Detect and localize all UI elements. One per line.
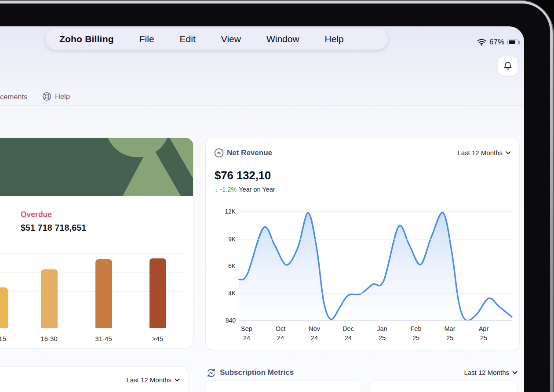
subscription-period-dropdown[interactable]: Last 12 Months (464, 369, 518, 376)
secondary-nav: cements Help (0, 90, 524, 106)
pulse-circle-icon (214, 148, 224, 158)
bar-category-label: >45 (142, 335, 173, 342)
x-axis-tick-label: Jan25 (369, 324, 395, 343)
subscription-metric-tile-1 (205, 380, 361, 392)
menu-item-help[interactable]: Help (325, 34, 344, 44)
menu-item-view[interactable]: View (221, 34, 241, 44)
x-axis-tick-label: Apr25 (470, 324, 497, 343)
gridline (239, 320, 512, 321)
x-axis-tick-label: Nov24 (301, 324, 328, 343)
x-axis-tick-label: Feb25 (403, 324, 429, 343)
status-bar: 67% (477, 38, 519, 47)
net-revenue-card: Net Revenue Last 12 Months $76 132,10 ↓ … (205, 138, 520, 350)
subscription-metrics-title: Subscription Metrics (220, 368, 294, 377)
notifications-button[interactable] (498, 56, 518, 76)
net-revenue-title: Net Revenue (227, 149, 272, 157)
bar->45 (149, 258, 166, 328)
nav-item-announcements-partial[interactable]: cements (0, 93, 27, 101)
gridline (239, 239, 512, 240)
overdue-card: Overdue $51 718 718,651 1-1516-3031-45>4… (0, 138, 193, 348)
x-axis-tick-label: Mar25 (437, 324, 463, 343)
menu-bar: Zoho Billing File Edit View Window Help (45, 29, 388, 50)
screen: Zoho Billing File Edit View Window Help … (0, 26, 524, 392)
gridline (0, 328, 184, 328)
x-axis-tick-label: Sep24 (233, 324, 260, 343)
y-axis-tick-label: 4K (211, 290, 236, 297)
battery-percent: 67% (489, 38, 504, 47)
battery-icon (507, 40, 519, 45)
nav-help-label: Help (55, 92, 70, 101)
menu-item-file[interactable]: File (139, 34, 154, 44)
menu-item-window[interactable]: Window (266, 34, 299, 44)
bar-16-30 (41, 269, 58, 328)
yoy-change: ↓ -1.2% Year on Year (215, 186, 275, 193)
x-axis-tick-label: Dec24 (335, 324, 361, 343)
nav-item-help[interactable]: Help (42, 92, 70, 101)
subscription-metric-tile-2 (370, 380, 518, 392)
cycle-pulse-icon (206, 367, 217, 378)
period-label: Last 12 Months (457, 149, 503, 156)
net-revenue-amount: $76 132,10 (215, 169, 271, 182)
y-axis-tick-label: 9K (211, 236, 236, 243)
yoy-change-value: -1.2% (220, 186, 237, 193)
bottom-left-card: Last 12 Months (0, 366, 188, 392)
x-axis-tick-label: Oct24 (267, 324, 294, 343)
gridline (239, 266, 512, 266)
chevron-down-icon (506, 151, 511, 155)
bar-category-label: 31-45 (88, 335, 119, 342)
bar-category-label: 16-30 (34, 335, 65, 342)
gridline (239, 293, 512, 294)
gridline (239, 211, 512, 212)
life-ring-icon (42, 92, 51, 101)
bell-icon (503, 61, 513, 71)
chevron-down-icon (175, 378, 180, 382)
period-label: Last 12 Months (464, 369, 509, 376)
yoy-change-label: Year on Year (239, 186, 275, 193)
chevron-down-icon (512, 371, 518, 374)
wifi-icon (477, 39, 486, 46)
y-axis-tick-label: 840 (211, 317, 236, 324)
menu-app-name[interactable]: Zoho Billing (59, 34, 114, 44)
bottom-left-period-dropdown[interactable]: Last 12 Months (126, 376, 180, 384)
bar-31-45 (95, 259, 112, 328)
bar-category-label: 1-15 (0, 335, 15, 342)
area-fill (239, 213, 512, 321)
device-frame: Zoho Billing File Edit View Window Help … (0, 0, 554, 392)
period-label: Last 12 Months (126, 376, 171, 384)
gridline (0, 253, 184, 254)
bar-1-15 (0, 287, 8, 328)
net-revenue-period-dropdown[interactable]: Last 12 Months (457, 149, 511, 156)
y-axis-tick-label: 12K (211, 208, 236, 215)
y-axis-tick-label: 6K (211, 262, 236, 269)
aging-bar-chart: 1-1516-3031-45>45 (0, 138, 193, 348)
arrow-down-icon: ↓ (215, 186, 218, 193)
menu-item-edit[interactable]: Edit (180, 34, 196, 44)
